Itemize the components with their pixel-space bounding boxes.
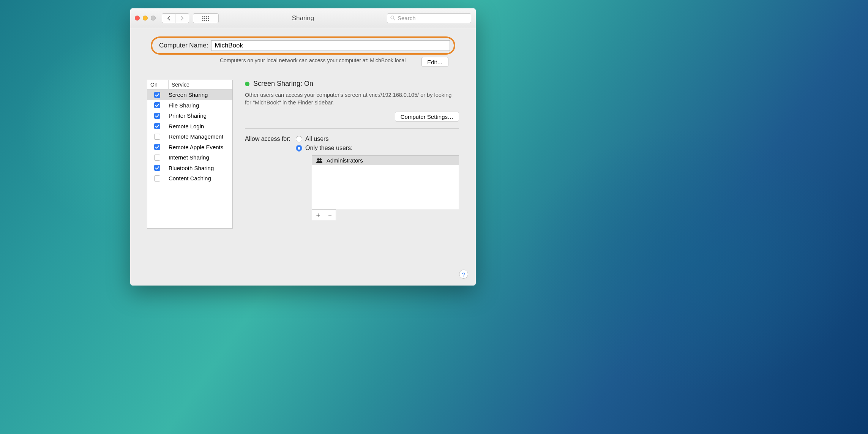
user-name: Administrators (327, 157, 363, 164)
list-item[interactable]: Administrators (312, 156, 459, 165)
edit-button[interactable]: Edit… (421, 57, 448, 67)
service-row[interactable]: Remote Apple Events (147, 142, 232, 153)
computer-name-highlight: Computer Name: (151, 36, 455, 55)
service-label: Remote Login (169, 123, 204, 129)
service-label: File Sharing (169, 102, 199, 109)
svg-point-0 (202, 16, 203, 17)
plus-icon: ＋ (315, 210, 322, 219)
window-controls (135, 16, 156, 21)
help-button[interactable]: ? (459, 270, 468, 279)
radio-icon (296, 145, 302, 152)
radio-all-users[interactable]: All users (296, 136, 353, 142)
service-label: Remote Management (169, 133, 223, 140)
search-placeholder: Search (398, 15, 416, 21)
service-label: Printer Sharing (169, 112, 207, 119)
table-header: On Service (147, 80, 232, 90)
service-label: Bluetooth Sharing (169, 165, 214, 171)
radio-only-label: Only these users: (305, 145, 353, 152)
computer-name-subtext: Computers on your local network can acce… (220, 57, 414, 64)
service-checkbox[interactable] (154, 92, 160, 98)
service-checkbox[interactable] (154, 102, 160, 108)
svg-point-15 (319, 158, 322, 161)
content-area: Computer Name: Computers on your local n… (130, 28, 476, 236)
divider (245, 128, 459, 129)
service-row[interactable]: File Sharing (147, 100, 232, 111)
radio-only-users[interactable]: Only these users: (296, 145, 353, 152)
svg-point-8 (202, 20, 203, 21)
help-icon: ? (462, 271, 465, 278)
service-label: Content Caching (169, 175, 211, 181)
chevron-left-icon (167, 16, 170, 21)
minimize-icon[interactable] (143, 16, 148, 21)
computer-settings-button[interactable]: Computer Settings… (395, 112, 459, 122)
service-detail: Screen Sharing: On Other users can acces… (245, 80, 459, 229)
radio-all-label: All users (305, 136, 328, 142)
status-indicator-icon (245, 82, 249, 86)
sharing-window: Sharing Search Computer Name: Computers … (130, 8, 476, 286)
service-row[interactable]: Remote Management (147, 131, 232, 142)
svg-point-1 (204, 16, 205, 17)
service-row[interactable]: Screen Sharing (147, 90, 232, 100)
radio-icon (296, 136, 302, 142)
service-checkbox[interactable] (154, 175, 160, 181)
service-checkbox[interactable] (154, 165, 160, 171)
forward-button[interactable] (175, 13, 189, 23)
minus-icon: － (327, 210, 333, 219)
titlebar: Sharing Search (130, 8, 476, 28)
svg-line-13 (393, 19, 395, 20)
search-icon (390, 16, 395, 21)
service-checkbox[interactable] (154, 123, 160, 129)
add-user-button[interactable]: ＋ (312, 209, 324, 220)
svg-point-5 (204, 18, 205, 19)
svg-point-7 (208, 18, 209, 19)
users-list[interactable]: Administrators (312, 155, 459, 209)
service-checkbox[interactable] (154, 113, 160, 119)
show-all-button[interactable] (193, 13, 219, 23)
service-row[interactable]: Remote Login (147, 121, 232, 132)
close-icon[interactable] (135, 16, 140, 21)
svg-point-11 (208, 20, 209, 21)
search-input[interactable]: Search (387, 13, 471, 23)
service-row[interactable]: Printer Sharing (147, 110, 232, 121)
user-list-controls: ＋ － (312, 209, 459, 220)
svg-point-6 (206, 18, 207, 19)
access-label: Allow access for: (245, 136, 290, 142)
svg-point-9 (204, 20, 205, 21)
service-checkbox[interactable] (154, 144, 160, 150)
computer-name-input[interactable] (211, 40, 450, 51)
chevron-right-icon (180, 16, 184, 21)
nav-buttons (162, 13, 189, 23)
remove-user-button[interactable]: － (324, 209, 336, 220)
svg-point-2 (206, 16, 207, 17)
services-table: On Service Screen SharingFile SharingPri… (147, 80, 233, 229)
service-label: Remote Apple Events (169, 144, 223, 150)
grid-icon (202, 16, 210, 21)
svg-point-10 (206, 20, 207, 21)
column-service[interactable]: Service (169, 80, 232, 89)
service-row[interactable]: Bluetooth Sharing (147, 163, 232, 174)
zoom-icon[interactable] (151, 16, 156, 21)
service-row[interactable]: Internet Sharing (147, 152, 232, 163)
service-description: Other users can access your computer's s… (245, 92, 459, 106)
users-icon (316, 158, 323, 163)
svg-point-3 (208, 16, 209, 17)
status-title: Screen Sharing: On (253, 80, 313, 88)
service-checkbox[interactable] (154, 155, 160, 161)
service-label: Internet Sharing (169, 154, 209, 161)
svg-point-14 (317, 158, 319, 161)
svg-point-4 (202, 18, 203, 19)
service-label: Screen Sharing (169, 92, 208, 98)
service-checkbox[interactable] (154, 134, 160, 140)
computer-name-label: Computer Name: (159, 42, 208, 49)
status-row: Screen Sharing: On (245, 80, 459, 88)
column-on[interactable]: On (147, 80, 169, 89)
back-button[interactable] (162, 13, 175, 23)
service-row[interactable]: Content Caching (147, 173, 232, 184)
svg-point-12 (391, 16, 394, 19)
